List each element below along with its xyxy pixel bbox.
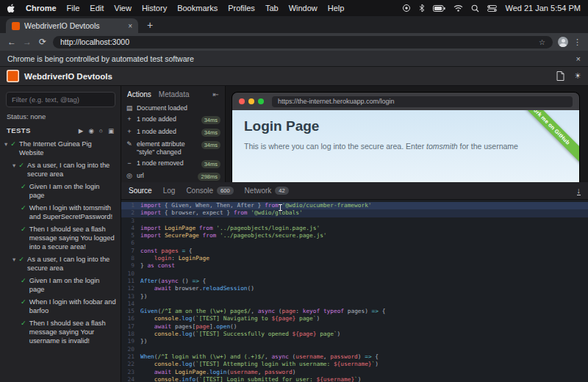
menu-edit[interactable]: Edit: [90, 4, 104, 12]
code-editor[interactable]: 1import { Given, When, Then, After } fro…: [121, 200, 588, 382]
tab-console[interactable]: Console600: [186, 187, 233, 195]
code-line[interactable]: 7const pages = {: [121, 248, 588, 255]
watch-icon[interactable]: ◉: [88, 127, 93, 134]
action-item[interactable]: ✎element attribute "style" changed34ms: [126, 139, 220, 158]
code-line[interactable]: 21When(/^I login with (\w+) and (.+)$/, …: [121, 353, 588, 361]
bluetooth-icon[interactable]: [419, 4, 425, 12]
action-item[interactable]: +1 node added34ms: [126, 126, 220, 139]
test-tree-item[interactable]: ✓Given I am on the login page: [0, 274, 121, 295]
test-tree-item[interactable]: ✓When I login with foobar and barfoo: [0, 295, 121, 317]
code-line[interactable]: 9} as const: [121, 262, 588, 270]
code-line[interactable]: 20: [121, 346, 588, 353]
chevron-down-icon[interactable]: ▾: [12, 255, 15, 273]
action-item[interactable]: +1 node added34ms: [126, 114, 220, 126]
code-token: pages[: [171, 323, 196, 330]
test-tree-item[interactable]: ▾✓The Internet Guinea Pig Website: [0, 137, 121, 159]
menu-history[interactable]: History: [142, 4, 167, 12]
run-all-icon[interactable]: ▶: [79, 127, 84, 134]
code-line[interactable]: 18 console.log(`[TEST] Successfully open…: [121, 331, 588, 338]
forward-button[interactable]: →: [22, 37, 32, 47]
action-item[interactable]: ▤Document loaded: [126, 102, 220, 114]
menu-bar-clock[interactable]: Wed 21 Jan 5:54 PM: [505, 4, 581, 12]
code-token: async: [258, 308, 275, 314]
screen-record-icon[interactable]: [402, 4, 411, 12]
code-line[interactable]: 16 console.log(`[TEST] Navigating to ${p…: [121, 315, 588, 322]
spotlight-search-icon[interactable]: [471, 4, 479, 12]
menu-bookmarks[interactable]: Bookmarks: [177, 4, 218, 12]
code-line[interactable]: 23 await LoginPage.login(username, passw…: [121, 369, 588, 376]
code-text: }): [140, 338, 147, 345]
menu-view[interactable]: View: [114, 4, 132, 12]
test-tree-item[interactable]: ✓When I login with tomsmith and SuperSec…: [0, 201, 121, 223]
theme-toggle-sun-icon[interactable]: ☀: [574, 71, 581, 81]
code-line[interactable]: 6: [121, 239, 588, 247]
code-token: =>: [192, 278, 198, 284]
tab-close-icon[interactable]: ×: [128, 22, 132, 30]
infobar-close-icon[interactable]: ×: [576, 54, 581, 63]
code-token: username: [295, 353, 323, 360]
menu-file[interactable]: File: [67, 4, 80, 12]
back-button[interactable]: ←: [7, 37, 17, 47]
code-line[interactable]: 17 await pages[page].open(): [121, 323, 588, 331]
code-line[interactable]: 11After(async () => {: [121, 278, 588, 285]
code-line[interactable]: 24 console.info(`[TEST] Login submitted …: [121, 376, 588, 382]
chevron-down-icon[interactable]: ▾: [12, 161, 15, 179]
code-line[interactable]: 8 login: LoginPage: [121, 255, 588, 262]
code-line[interactable]: 10: [121, 270, 588, 278]
menu-help[interactable]: Help: [328, 4, 345, 12]
copy-icon[interactable]: ▣: [108, 127, 114, 134]
code-line[interactable]: 5import SecurePage from '../pageobjects/…: [121, 232, 588, 239]
code-line[interactable]: 22 console.log(`[TEST] Attempting login …: [121, 361, 588, 368]
code-line[interactable]: 12 await browser.reloadSession(): [121, 285, 588, 292]
filter-input[interactable]: [6, 92, 115, 107]
profile-avatar[interactable]: [558, 37, 568, 47]
chrome-menu-icon[interactable]: ⋮: [573, 37, 581, 47]
tab-metadata[interactable]: Metadata: [159, 90, 190, 98]
chevron-down-icon[interactable]: ▾: [4, 140, 7, 157]
menu-chrome[interactable]: Chrome: [26, 4, 57, 12]
new-tab-button[interactable]: +: [147, 19, 153, 31]
code-line[interactable]: 1import { Given, When, Then, After } fro…: [121, 202, 588, 209]
battery-icon[interactable]: [433, 5, 445, 12]
code-line[interactable]: 19}): [121, 338, 588, 345]
code-line[interactable]: 15Given(/^I am on the (\w+) page$/, asyn…: [121, 308, 588, 315]
tab-actions[interactable]: Actions: [127, 90, 151, 98]
bookmark-star-icon[interactable]: ☆: [539, 38, 545, 46]
code-line[interactable]: 4import LoginPage from '../pageobjects/l…: [121, 225, 588, 232]
test-tree-item[interactable]: ▾✓As a user, I can log into the secure a…: [0, 159, 121, 180]
control-center-icon[interactable]: [487, 5, 497, 12]
test-tree-item[interactable]: ✓Given I am on the login page: [0, 180, 121, 201]
report-document-icon[interactable]: [556, 71, 564, 81]
code-token: open: [216, 323, 230, 330]
menu-tab[interactable]: Tab: [265, 4, 279, 12]
action-item[interactable]: −1 node removed34ms: [126, 158, 220, 170]
tab-source[interactable]: Source: [129, 187, 152, 195]
code-line[interactable]: 3: [121, 217, 588, 225]
address-bar[interactable]: http://localhost:3000 ☆: [53, 36, 553, 48]
tab-network[interactable]: Network42: [245, 187, 289, 195]
reload-button[interactable]: ⟳: [37, 37, 48, 47]
code-token: [140, 315, 154, 322]
code-token: :: [171, 255, 178, 262]
browser-tab[interactable]: WebdriverIO Devtools ×: [6, 18, 138, 33]
collapse-panel-icon[interactable]: ⇤: [213, 90, 219, 98]
code-line[interactable]: 13}): [121, 293, 588, 300]
menu-profiles[interactable]: Profiles: [228, 4, 255, 12]
tab-log[interactable]: Log: [163, 187, 176, 195]
download-icon[interactable]: ↓: [577, 187, 581, 195]
code-token: from: [199, 225, 213, 231]
menu-window[interactable]: Window: [289, 4, 318, 12]
code-token: ${username}: [316, 376, 354, 382]
code-line[interactable]: 14: [121, 300, 588, 308]
apple-menu-icon[interactable]: [7, 4, 15, 13]
wifi-icon[interactable]: [453, 4, 463, 12]
code-line[interactable]: 2import { browser, expect } from '@wdio/…: [121, 209, 588, 217]
action-item[interactable]: ◎url298ms: [126, 170, 220, 183]
test-tree-item[interactable]: ▾✓As a user, I can log into the secure a…: [0, 253, 121, 274]
address-bar-url[interactable]: http://localhost:3000: [60, 37, 534, 46]
record-icon[interactable]: ○: [99, 127, 103, 134]
line-number: 24: [121, 376, 140, 382]
test-tree-item[interactable]: ✓Then I should see a flash message sayin…: [0, 317, 121, 347]
test-tree-item[interactable]: ✓Then I should see a flash message sayin…: [0, 223, 121, 253]
line-number: 23: [121, 369, 140, 376]
